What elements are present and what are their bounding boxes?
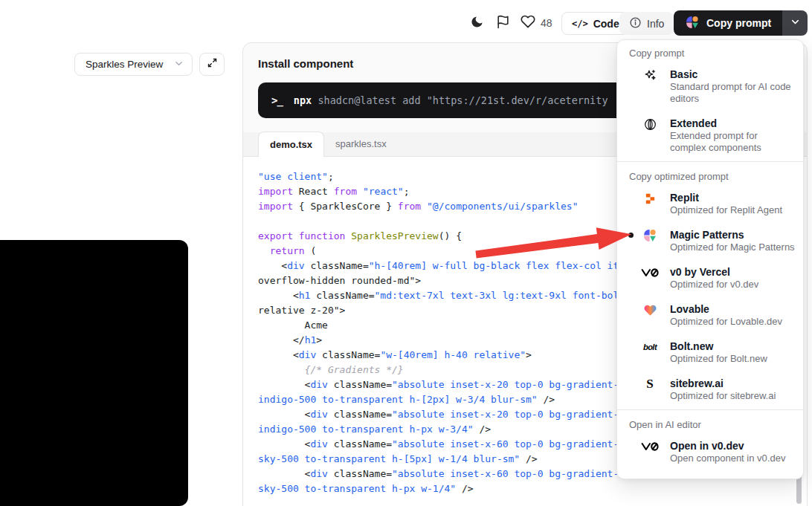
menu-divider <box>617 409 803 410</box>
component-preview-canvas <box>0 240 188 506</box>
menu-item-description: Optimized for v0.dev <box>670 279 758 291</box>
v0-icon <box>641 265 659 281</box>
magic-patterns-icon <box>685 15 700 32</box>
magic-patterns-icon <box>641 227 659 244</box>
heart-icon <box>521 14 535 32</box>
chevron-down-icon <box>790 16 801 30</box>
flag-button[interactable] <box>494 15 511 31</box>
brain-icon <box>641 116 659 132</box>
menu-item-text: sitebrew.aiOptimized for sitebrew.ai <box>670 377 776 402</box>
bolt-icon: bolt <box>641 339 659 355</box>
menu-item-text: ExtendedExtended prompt for complex comp… <box>670 117 796 154</box>
like-button[interactable] <box>520 15 536 31</box>
menu-item-bolt-new[interactable]: boltBolt.newOptimized for Bolt.new <box>617 335 803 368</box>
menu-item-description: Optimized for Replit Agent <box>670 204 782 216</box>
preview-selector[interactable]: Sparkles Preview <box>74 53 193 76</box>
menu-item-description: Optimized for sitebrew.ai <box>670 390 776 402</box>
expand-icon <box>207 57 218 71</box>
menu-item-text: BasicStandard prompt for AI code editors <box>670 68 796 105</box>
menu-item-lovable[interactable]: LovableOptimized for Lovable.dev <box>617 298 803 331</box>
info-icon <box>629 16 642 31</box>
copy-prompt-split-button: Copy prompt <box>674 10 808 36</box>
menu-item-title: Replit <box>670 191 782 204</box>
command-args: shadcn@latest add "https://21st.dev/r/ac… <box>312 94 608 106</box>
terminal-prompt-icon: >_ <box>271 94 283 106</box>
menu-item-text: Bolt.newOptimized for Bolt.new <box>670 340 767 365</box>
menu-item-title: sitebrew.ai <box>670 377 776 390</box>
menu-item-description: Extended prompt for complex components <box>670 130 796 154</box>
code-button-label: Code <box>593 18 619 30</box>
page: 48 </> Code Info Copy prompt Sparkles Pr… <box>0 0 812 506</box>
menu-item-magic-patterns[interactable]: Magic PatternsOptimized for Magic Patter… <box>617 224 803 256</box>
menu-item-description: Open component in v0.dev <box>670 453 785 464</box>
menu-item-description: Optimized for Lovable.dev <box>670 316 782 328</box>
tab-sparkles-tsx[interactable]: sparkles.tsx <box>324 132 398 156</box>
selected-bullet-icon <box>628 233 634 238</box>
likes-count: 48 <box>541 17 552 29</box>
menu-section-label: Copy prompt <box>617 45 803 63</box>
menu-item-description: Optimized for Bolt.new <box>670 353 767 365</box>
menu-item-title: Magic Patterns <box>670 228 795 241</box>
tab-demo-tsx[interactable]: demo.tsx <box>258 132 324 157</box>
menu-item-title: Lovable <box>670 302 782 316</box>
menu-item-text: Open in v0.devOpen component in v0.dev <box>670 439 785 464</box>
lovable-icon <box>641 302 659 318</box>
code-line: sky-500 to-transparent h-px w-1/4" /> <box>258 481 807 496</box>
sitebrew-icon: S <box>641 376 659 392</box>
menu-item-title: Extended <box>670 117 796 130</box>
info-tab-button[interactable]: Info <box>619 12 674 35</box>
info-button-label: Info <box>647 18 664 30</box>
copy-prompt-dropdown-toggle[interactable] <box>782 10 808 36</box>
menu-item-text: ReplitOptimized for Replit Agent <box>670 191 782 216</box>
dark-mode-toggle[interactable] <box>468 15 485 31</box>
sparkles-icon <box>641 67 659 83</box>
menu-item-title: Open in v0.dev <box>670 439 785 453</box>
code-icon: </> <box>572 19 588 29</box>
menu-item-v0-by-vercel[interactable]: v0 by VercelOptimized for v0.dev <box>617 261 803 293</box>
copy-prompt-label: Copy prompt <box>706 17 771 29</box>
menu-divider <box>617 161 803 162</box>
menu-section-label: Copy optimized prompt <box>617 165 803 186</box>
menu-item-replit[interactable]: ReplitOptimized for Replit Agent <box>617 186 803 219</box>
menu-item-open-in-v0-dev[interactable]: Open in v0.devOpen component in v0.dev <box>617 435 803 467</box>
menu-item-text: Magic PatternsOptimized for Magic Patter… <box>670 228 795 253</box>
menu-item-title: Bolt.new <box>670 340 767 353</box>
install-command: npx shadcn@latest add "https://21st.dev/… <box>294 94 608 106</box>
menu-item-basic[interactable]: BasicStandard prompt for AI code editors <box>617 63 803 108</box>
menu-item-description: Optimized for Magic Patterns <box>670 241 795 253</box>
menu-item-text: v0 by VercelOptimized for v0.dev <box>670 265 758 291</box>
command-npx: npx <box>294 94 312 106</box>
preview-selector-label: Sparkles Preview <box>86 59 163 70</box>
menu-item-description: Standard prompt for AI code editors <box>670 81 796 105</box>
copy-prompt-menu: Copy promptBasicStandard prompt for AI c… <box>616 39 804 479</box>
menu-item-sitebrew-ai[interactable]: Ssitebrew.aiOptimized for sitebrew.ai <box>617 372 803 405</box>
menu-item-title: v0 by Vercel <box>670 265 758 279</box>
chevron-down-icon <box>173 58 184 71</box>
menu-section-label: Open in AI editor <box>617 413 803 435</box>
copy-prompt-button[interactable]: Copy prompt <box>674 10 782 36</box>
v0-icon <box>641 438 659 455</box>
menu-item-extended[interactable]: ExtendedExtended prompt for complex comp… <box>617 112 803 157</box>
moon-icon <box>470 15 484 32</box>
replit-icon <box>641 190 659 207</box>
menu-item-text: LovableOptimized for Lovable.dev <box>670 302 782 328</box>
fullscreen-button[interactable] <box>199 53 225 76</box>
menu-item-title: Basic <box>670 68 796 81</box>
flag-icon <box>496 15 510 32</box>
